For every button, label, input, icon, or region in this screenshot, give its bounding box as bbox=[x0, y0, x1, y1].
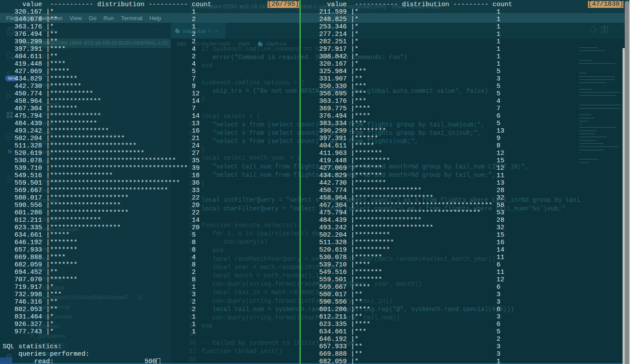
tmux-terminal: value ----------- distribution ---------… bbox=[0, 0, 630, 364]
tmux-position-badge-right: [47/1830] bbox=[588, 1, 623, 8]
terminal-left-pane-output[interactable]: value ----------- distribution ---------… bbox=[3, 1, 211, 364]
terminal-right-pane-output[interactable]: value ----------- distribution ---------… bbox=[303, 1, 512, 364]
terminal-scrollbar-thumb[interactable] bbox=[625, 1, 629, 364]
tmux-position-badge-left: [26/795] bbox=[267, 1, 299, 8]
terminal-cursor bbox=[156, 358, 160, 364]
tmux-pane-divider[interactable] bbox=[299, 0, 301, 364]
